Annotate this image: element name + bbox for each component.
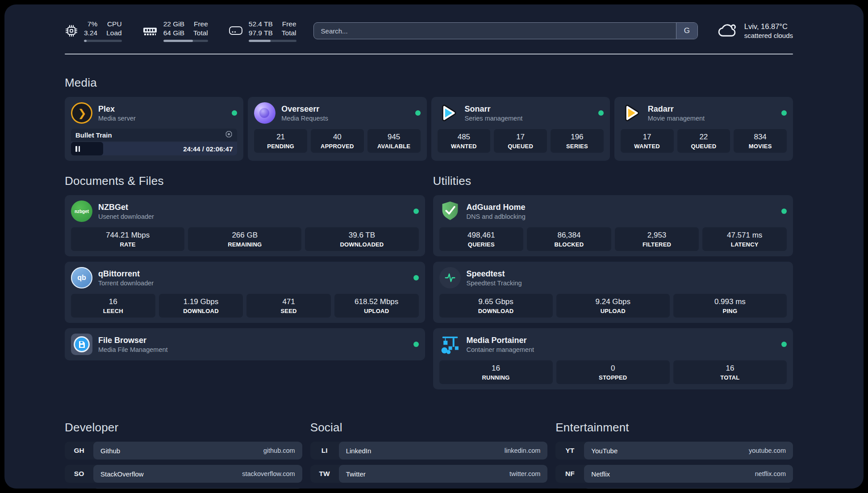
link-url: github.com xyxy=(263,447,295,454)
link-row-linkedin[interactable]: LI LinkedIn linkedin.com xyxy=(310,442,548,460)
search-input[interactable] xyxy=(314,23,676,39)
link-abbr: RE xyxy=(555,488,584,489)
memory-progress-bar xyxy=(163,40,208,42)
filebrowser-icon xyxy=(71,334,92,355)
stat-queries: 498,461 QUERIES xyxy=(439,227,524,251)
memory-total-value: 64 GiB xyxy=(163,29,184,38)
nzbget-card[interactable]: nzbget NZBGet Usenet downloader 744.21 M… xyxy=(65,195,425,256)
memory-free-label: Free xyxy=(194,20,208,29)
plex-icon: ❯ xyxy=(71,102,92,124)
link-abbr: TW xyxy=(310,465,339,483)
pause-icon[interactable] xyxy=(75,146,80,152)
link-abbr: GH xyxy=(65,442,93,460)
link-name: LinkedIn xyxy=(346,447,371,455)
link-abbr: SO xyxy=(65,465,93,483)
memory-metric: 22 GiB 64 GiB Free Total xyxy=(142,20,208,42)
link-row-netflix[interactable]: NF Netflix netflix.com xyxy=(555,465,793,483)
cpu-load-label: Load xyxy=(106,29,121,38)
app-name: NZBGet xyxy=(98,203,154,212)
link-name: Netflix xyxy=(591,470,610,478)
stat-movies: 834 MOVIES xyxy=(734,129,787,153)
stat-stopped: 0 STOPPED xyxy=(556,360,670,384)
link-name: Github xyxy=(100,447,120,455)
link-row-youtube[interactable]: YT YouTube youtube.com xyxy=(555,442,793,460)
app-name: File Browser xyxy=(98,336,168,345)
link-abbr: LI xyxy=(310,442,339,460)
memory-free-value: 22 GiB xyxy=(163,20,184,29)
stat-pending: 21 PENDING xyxy=(254,129,307,153)
qbittorrent-card[interactable]: qb qBittorrent Torrent downloader 16 LEE… xyxy=(65,262,425,323)
portainer-card[interactable]: Media Portainer Container management 16 … xyxy=(433,328,793,389)
stat-upload: 9.24 Gbps UPLOAD xyxy=(556,294,670,318)
status-dot-online xyxy=(781,209,787,214)
session-icon xyxy=(225,130,233,139)
link-row-twitter[interactable]: TW Twitter twitter.com xyxy=(310,465,548,483)
status-dot-online xyxy=(232,110,237,116)
link-url: linkedin.com xyxy=(505,447,541,454)
plex-card[interactable]: ❯ Plex Media server Bullet Train xyxy=(65,97,243,161)
stat-leech: 16 LEECH xyxy=(71,294,155,318)
stat-wanted: 17 WANTED xyxy=(621,129,674,153)
search-bar: G xyxy=(313,22,698,39)
social-section: Social LI LinkedIn linkedin.com TW Twitt… xyxy=(310,421,548,489)
portainer-icon xyxy=(439,334,461,355)
storage-metric: 52.4 TB 97.9 TB Free Total xyxy=(229,20,296,42)
cpu-usage-value: 7% xyxy=(88,20,97,29)
cpu-label: CPU xyxy=(107,20,122,29)
link-name: Twitter xyxy=(346,470,366,478)
link-row-reddit[interactable]: RE Reddit reddit.com xyxy=(555,488,793,489)
app-subtitle: Container management xyxy=(467,346,534,353)
speedtest-icon xyxy=(439,267,461,288)
link-row-dev[interactable]: DT DEV dev.to xyxy=(65,488,302,489)
link-row-github[interactable]: GH Github github.com xyxy=(65,442,302,460)
stat-ping: 0.993 ms PING xyxy=(673,294,787,318)
stat-rate: 744.21 Mbps RATE xyxy=(71,227,184,251)
adguard-card[interactable]: AdGuard Home DNS and adblocking 498,461 … xyxy=(433,195,793,256)
status-dot-online xyxy=(413,275,419,280)
app-name: AdGuard Home xyxy=(467,203,526,212)
link-url: twitter.com xyxy=(509,470,540,477)
stat-queued: 22 QUEUED xyxy=(677,129,730,153)
topbar: 7% 3.24 CPU Load xyxy=(65,20,793,42)
sonarr-card[interactable]: Sonarr Series management 485 WANTED 17 Q… xyxy=(431,97,610,161)
radarr-card[interactable]: Radarr Movie management 17 WANTED 22 QUE… xyxy=(614,97,793,161)
app-name: Media Portainer xyxy=(467,336,534,345)
entertainment-section-title: Entertainment xyxy=(555,421,793,435)
stat-remaining: 266 GB REMAINING xyxy=(188,227,301,251)
stat-total: 16 TOTAL xyxy=(673,360,787,384)
stat-download: 9.65 Gbps DOWNLOAD xyxy=(439,294,553,318)
status-dot-online xyxy=(781,342,787,347)
cpu-load-value: 3.24 xyxy=(84,29,97,38)
media-section-title: Media xyxy=(65,76,793,90)
overseerr-card[interactable]: Overseerr Media Requests 21 PENDING 40 A… xyxy=(248,97,426,161)
stat-latency: 47.571 ms LATENCY xyxy=(702,227,787,251)
stat-download: 1.19 Gbps DOWNLOAD xyxy=(159,294,243,318)
storage-total-label: Total xyxy=(282,29,296,38)
weather-widget: Lviv, 16.87°C scattered clouds xyxy=(718,22,793,40)
radarr-icon xyxy=(621,102,642,124)
app-name: qBittorrent xyxy=(98,269,154,279)
speedtest-card[interactable]: Speedtest Speedtest Tracking 9.65 Gbps D… xyxy=(433,262,793,323)
filebrowser-card[interactable]: File Browser Media File Management xyxy=(65,328,425,360)
stat-running: 16 RUNNING xyxy=(439,360,553,384)
link-url: netflix.com xyxy=(755,470,786,477)
status-dot-online xyxy=(413,209,419,214)
developer-section-title: Developer xyxy=(65,421,302,435)
nzbget-icon: nzbget xyxy=(71,201,92,222)
documents-section: Documents & Files nzbget NZBGet Usenet d… xyxy=(65,174,425,395)
app-subtitle: Series management xyxy=(465,115,523,122)
playback-time: 24:44 / 02:06:47 xyxy=(183,145,233,153)
playback-progress-bar: 24:44 / 02:06:47 xyxy=(71,142,237,155)
search-engine-button[interactable]: G xyxy=(676,23,697,39)
status-dot-online xyxy=(598,110,604,116)
developer-section: Developer GH Github github.com SO StackO… xyxy=(65,421,302,489)
cpu-metric: 7% 3.24 CPU Load xyxy=(65,20,122,42)
app-subtitle: Movie management xyxy=(648,115,705,122)
app-subtitle: Media File Management xyxy=(98,346,168,353)
weather-condition: scattered clouds xyxy=(744,31,793,40)
link-row-stackoverflow[interactable]: SO StackOverflow stackoverflow.com xyxy=(65,465,302,483)
screen-frame: 7% 3.24 CPU Load xyxy=(0,0,868,493)
app-subtitle: Usenet downloader xyxy=(98,213,154,220)
system-metrics: 7% 3.24 CPU Load xyxy=(65,20,296,42)
utilities-section: Utilities xyxy=(433,174,793,395)
